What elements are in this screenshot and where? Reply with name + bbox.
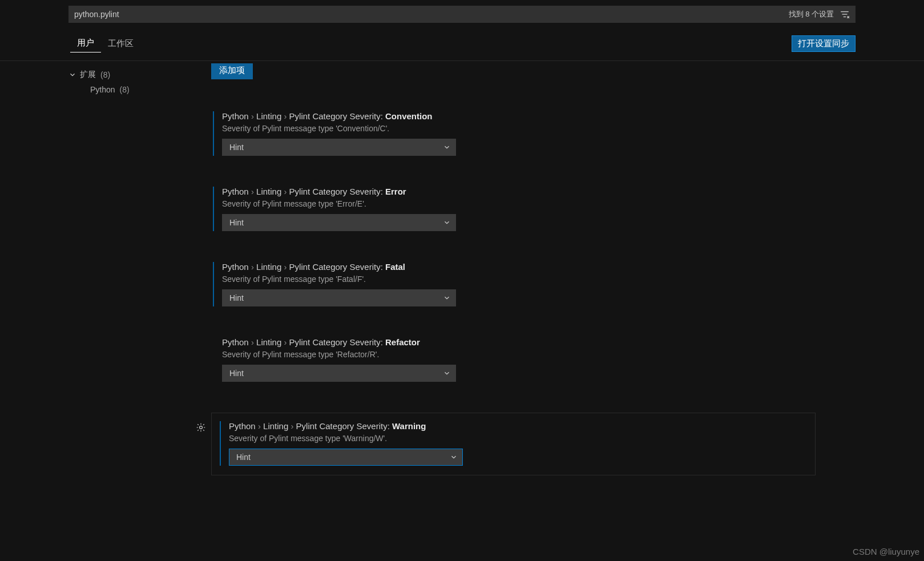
svg-point-5 (200, 426, 203, 429)
chevron-down-icon (68, 71, 78, 79)
settings-tabs: 用户 工作区 打开设置同步 (68, 23, 856, 53)
setting-pylint-warning: Python › Linting › Pylint Category Sever… (211, 413, 816, 475)
chevron-down-icon (443, 369, 451, 377)
setting-description: Severity of Pylint message type 'Fatal/F… (222, 275, 816, 284)
tab-user[interactable]: 用户 (70, 34, 101, 53)
severity-select[interactable]: Hint (222, 365, 456, 382)
select-value: Hint (229, 143, 244, 152)
severity-select[interactable]: Hint (229, 449, 463, 466)
setting-description: Severity of Pylint message type 'Convent… (222, 124, 816, 133)
sidebar-item-extensions[interactable]: 扩展 (8) (68, 68, 211, 82)
settings-main: 添加项 Python › Linting › Pylint Category S… (211, 61, 913, 475)
gear-icon[interactable] (196, 422, 206, 433)
setting-title: Python › Linting › Pylint Category Sever… (222, 187, 816, 196)
severity-select[interactable]: Hint (222, 139, 456, 156)
add-item-button[interactable]: 添加项 (211, 63, 253, 79)
severity-select[interactable]: Hint (222, 214, 456, 231)
watermark: CSDN @liuyunye (853, 547, 919, 556)
select-value: Hint (229, 218, 244, 227)
sidebar-item-label: Python (90, 85, 115, 94)
chevron-down-icon (450, 453, 458, 461)
setting-title: Python › Linting › Pylint Category Sever… (229, 421, 807, 431)
chevron-down-icon (443, 219, 451, 227)
settings-search-input[interactable] (74, 10, 783, 19)
settings-search-row: 找到 8 个设置 (68, 6, 856, 23)
select-value: Hint (229, 293, 244, 302)
select-value: Hint (229, 369, 244, 378)
sidebar-item-count: (8) (100, 70, 110, 79)
setting-pylint-error: Python › Linting › Pylint Category Sever… (211, 187, 816, 231)
setting-title: Python › Linting › Pylint Category Sever… (222, 111, 816, 121)
sidebar-item-label: 扩展 (80, 70, 96, 80)
filter-icon[interactable] (840, 9, 850, 19)
setting-pylint-convention: Python › Linting › Pylint Category Sever… (211, 111, 816, 156)
sidebar-item-count: (8) (119, 85, 129, 94)
settings-sidebar: 扩展 (8) Python (8) (68, 61, 211, 475)
setting-title: Python › Linting › Pylint Category Sever… (222, 337, 816, 347)
sidebar-item-python[interactable]: Python (8) (68, 82, 211, 94)
open-settings-sync-button[interactable]: 打开设置同步 (792, 35, 856, 52)
tab-workspace[interactable]: 工作区 (101, 35, 140, 53)
chevron-down-icon (443, 294, 451, 302)
setting-description: Severity of Pylint message type 'Warning… (229, 434, 807, 443)
severity-select[interactable]: Hint (222, 289, 456, 306)
chevron-down-icon (443, 143, 451, 151)
search-result-count: 找到 8 个设置 (789, 9, 834, 19)
setting-description: Severity of Pylint message type 'Error/E… (222, 199, 816, 208)
setting-description: Severity of Pylint message type 'Refacto… (222, 350, 816, 359)
setting-pylint-fatal: Python › Linting › Pylint Category Sever… (211, 262, 816, 306)
setting-pylint-refactor: Python › Linting › Pylint Category Sever… (211, 337, 816, 382)
select-value: Hint (236, 453, 251, 462)
setting-title: Python › Linting › Pylint Category Sever… (222, 262, 816, 272)
